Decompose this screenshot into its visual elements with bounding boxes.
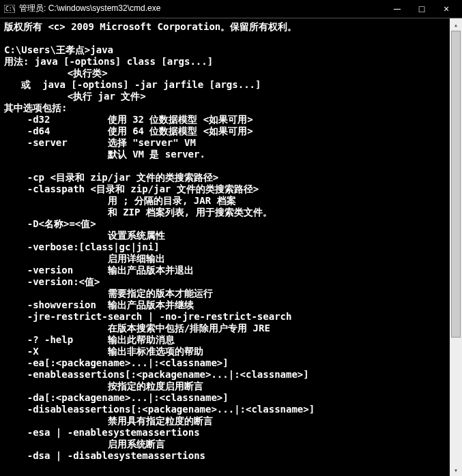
cmd-icon: C:\ <box>4 4 15 14</box>
minimize-button[interactable]: ─ <box>392 4 402 14</box>
maximize-button[interactable]: □ <box>417 4 427 14</box>
scroll-up-button[interactable]: ▴ <box>450 18 462 31</box>
cmd-window: C:\ 管理员: C:\windows\system32\cmd.exe ─ □… <box>0 0 462 476</box>
terminal-output[interactable]: 版权所有 <c> 2009 Microsoft Corporation。保留所有… <box>0 18 450 476</box>
scroll-down-button[interactable]: ▾ <box>450 464 462 476</box>
content-area: 版权所有 <c> 2009 Microsoft Corporation。保留所有… <box>0 18 462 476</box>
vertical-scrollbar[interactable]: ▴ ▾ <box>450 18 462 476</box>
scroll-thumb[interactable] <box>451 31 461 338</box>
close-button[interactable]: × <box>442 4 451 14</box>
svg-text:C:\: C:\ <box>5 6 15 12</box>
titlebar[interactable]: C:\ 管理员: C:\windows\system32\cmd.exe ─ □… <box>0 0 462 18</box>
window-title: 管理员: C:\windows\system32\cmd.exe <box>19 3 392 14</box>
window-controls: ─ □ × <box>392 4 458 14</box>
